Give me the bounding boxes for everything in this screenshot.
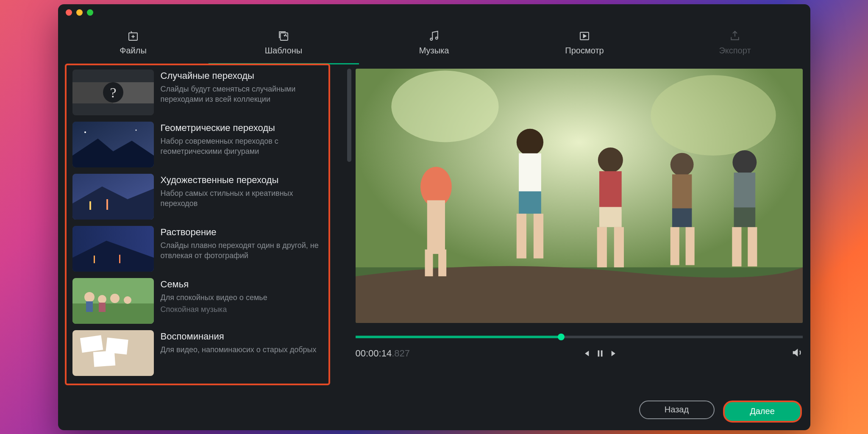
template-title: Семья xyxy=(161,279,324,290)
minimize-window-button[interactable] xyxy=(76,9,83,16)
svg-point-3 xyxy=(436,37,438,39)
preview-area: 00:00:14.827 xyxy=(356,64,810,389)
svg-rect-40 xyxy=(519,153,541,193)
template-text: Случайные переходы Слайды будут сменятьс… xyxy=(161,70,324,115)
tab-templates[interactable]: Шаблоны xyxy=(209,21,359,64)
svg-rect-26 xyxy=(99,303,106,312)
scroll-thumb[interactable] xyxy=(347,69,351,162)
svg-rect-57 xyxy=(732,227,741,266)
svg-text:?: ? xyxy=(110,85,116,100)
template-text: Художественные переходы Набор самых стил… xyxy=(161,174,324,220)
template-text: Воспоминания Для видео, напоминаюсих о с… xyxy=(161,330,324,376)
volume-icon xyxy=(791,347,803,359)
svg-rect-60 xyxy=(601,350,603,356)
play-square-icon xyxy=(578,30,591,42)
svg-point-21 xyxy=(84,292,95,302)
music-icon xyxy=(428,30,440,42)
svg-rect-17 xyxy=(94,256,95,263)
back-button[interactable]: Назад xyxy=(639,401,715,419)
template-title: Геометрические переходы xyxy=(161,122,324,134)
video-preview[interactable] xyxy=(356,69,803,323)
svg-rect-59 xyxy=(598,350,600,356)
template-item-geometric[interactable]: Геометрические переходы Набор современны… xyxy=(72,122,324,167)
svg-rect-41 xyxy=(519,191,541,214)
sidebar-scrollbar[interactable] xyxy=(347,69,351,389)
svg-rect-37 xyxy=(425,249,433,276)
svg-point-32 xyxy=(391,70,498,142)
svg-rect-14 xyxy=(89,201,91,210)
step-forward-icon[interactable] xyxy=(610,349,619,358)
svg-rect-25 xyxy=(86,301,93,312)
template-thumb xyxy=(72,330,154,376)
next-button[interactable]: Далее xyxy=(723,401,802,423)
close-window-button[interactable] xyxy=(66,9,72,16)
template-title: Случайные переходы xyxy=(161,70,324,81)
svg-rect-51 xyxy=(672,208,691,227)
step-back-icon[interactable] xyxy=(581,349,590,358)
svg-rect-48 xyxy=(614,227,623,267)
template-item-family[interactable]: Семья Для спокойных видео о семье Спокой… xyxy=(72,278,324,324)
svg-point-49 xyxy=(670,153,693,176)
template-thumb xyxy=(72,122,154,167)
svg-point-12 xyxy=(135,129,136,131)
svg-rect-52 xyxy=(670,227,679,265)
svg-rect-58 xyxy=(748,227,757,266)
svg-rect-30 xyxy=(93,351,115,367)
playback-controls: 00:00:14.827 xyxy=(356,347,803,360)
svg-rect-20 xyxy=(72,303,154,324)
volume-button[interactable] xyxy=(791,347,803,360)
export-icon xyxy=(729,30,741,42)
svg-rect-45 xyxy=(599,171,621,209)
svg-rect-36 xyxy=(427,200,445,254)
svg-point-22 xyxy=(98,295,106,303)
tab-files-label: Файлы xyxy=(120,46,147,56)
timecode: 00:00:14.827 xyxy=(356,348,410,359)
templates-icon xyxy=(277,30,290,42)
svg-rect-46 xyxy=(599,207,621,227)
footer-buttons: Назад Далее xyxy=(639,401,802,423)
svg-point-33 xyxy=(651,75,776,156)
svg-point-24 xyxy=(124,296,131,304)
svg-rect-50 xyxy=(672,174,691,210)
svg-point-23 xyxy=(110,294,120,303)
timecode-main: 00:00:14 xyxy=(356,348,392,359)
tab-preview[interactable]: Просмотр xyxy=(509,21,660,64)
svg-point-44 xyxy=(598,147,623,172)
template-desc: Слайды будут сменяться случайными перехо… xyxy=(161,84,324,105)
main-content: ? Случайные переходы Слайды будут сменят… xyxy=(58,64,810,389)
nav-tabs: Файлы Шаблоны Музыка Просмотр Экспорт xyxy=(58,21,810,64)
template-thumb xyxy=(72,174,154,220)
pause-icon[interactable] xyxy=(595,349,605,358)
template-desc: Набор самых стильных и креативных перехо… xyxy=(161,188,324,209)
template-sub: Спокойная музыка xyxy=(161,305,324,314)
folder-add-icon xyxy=(127,30,139,42)
template-item-memories[interactable]: Воспоминания Для видео, напоминаюсих о с… xyxy=(72,330,324,376)
fullscreen-window-button[interactable] xyxy=(87,9,93,16)
tab-export: Экспорт xyxy=(660,21,810,64)
tab-export-label: Экспорт xyxy=(719,46,751,56)
templates-sidebar: ? Случайные переходы Слайды будут сменят… xyxy=(65,64,330,385)
template-title: Воспоминания xyxy=(161,331,324,342)
timecode-ms: .827 xyxy=(392,348,410,359)
template-item-random[interactable]: ? Случайные переходы Слайды будут сменят… xyxy=(72,70,324,115)
template-text: Растворение Слайды плавно переходят один… xyxy=(161,226,324,272)
template-thumb xyxy=(72,278,154,324)
template-item-artistic[interactable]: Художественные переходы Набор самых стил… xyxy=(72,174,324,220)
template-text: Геометрические переходы Набор современны… xyxy=(161,122,324,167)
tab-templates-label: Шаблоны xyxy=(265,46,302,56)
svg-rect-55 xyxy=(734,172,755,209)
playback-timeline[interactable] xyxy=(356,336,803,338)
timeline-knob[interactable] xyxy=(558,334,565,340)
tab-music[interactable]: Музыка xyxy=(359,21,509,64)
template-desc: Слайды плавно переходят один в другой, н… xyxy=(161,240,324,261)
svg-rect-43 xyxy=(533,214,543,259)
template-item-dissolve[interactable]: Растворение Слайды плавно переходят один… xyxy=(72,226,324,272)
svg-rect-42 xyxy=(516,214,526,259)
svg-point-54 xyxy=(732,150,757,174)
playback-buttons xyxy=(581,349,619,358)
template-text: Семья Для спокойных видео о семье Спокой… xyxy=(161,278,324,324)
svg-point-11 xyxy=(84,131,86,133)
svg-rect-38 xyxy=(438,249,446,276)
tab-files[interactable]: Файлы xyxy=(58,21,209,64)
svg-rect-47 xyxy=(597,227,606,267)
